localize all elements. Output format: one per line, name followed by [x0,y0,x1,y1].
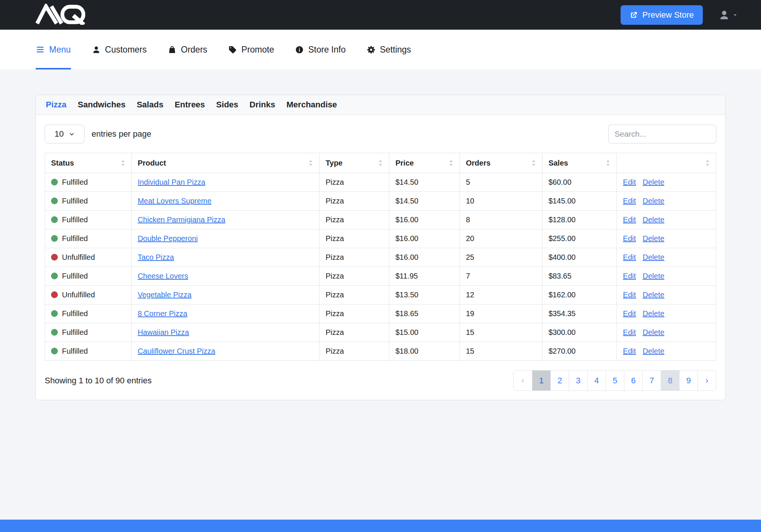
nav-item-menu[interactable]: Menu [36,30,71,69]
column-header-product[interactable]: Product [131,153,319,173]
status-dot [51,179,58,185]
pagination-page-8[interactable]: 8 [661,371,679,390]
tab-merchandise[interactable]: Merchandise [286,100,337,110]
column-label: Sales [549,159,568,167]
delete-link[interactable]: Delete [643,253,665,261]
edit-link[interactable]: Edit [623,253,636,261]
delete-link[interactable]: Delete [643,178,665,186]
pagination-next[interactable]: › [698,371,716,390]
column-header-type[interactable]: Type [319,153,389,173]
table-row: FulfilledMeat Lovers SupremePizza$14.501… [45,192,716,211]
edit-link[interactable]: Edit [623,216,636,224]
status-label: Fulfilled [62,197,88,205]
column-header-orders[interactable]: Orders [460,153,542,173]
product-cell: Hawaiian Pizza [131,323,319,342]
tab-sandwiches[interactable]: Sandwiches [78,100,125,110]
pagination-page-5[interactable]: 5 [606,371,624,390]
pagination-page-7[interactable]: 7 [642,371,661,390]
bag-icon [168,45,176,54]
product-cell: Chicken Parmigiana Pizza [131,211,319,229]
search-input[interactable] [608,125,716,143]
edit-link[interactable]: Edit [623,272,636,280]
column-header-actions[interactable] [617,153,716,173]
sort-icon [705,160,710,166]
column-header-status[interactable]: Status [45,153,132,173]
product-link[interactable]: Hawaiian Pizza [138,328,189,336]
table-row: FulfilledCauliflower Crust PizzaPizza$18… [45,342,716,361]
delete-link[interactable]: Delete [643,347,665,355]
status-dot [51,235,58,242]
entries-select[interactable]: 10 [45,125,84,143]
delete-link[interactable]: Delete [643,234,665,243]
edit-link[interactable]: Edit [623,178,636,186]
actions-cell: EditDelete [617,211,716,229]
column-label: Type [325,159,342,167]
orders-cell: 20 [460,229,542,248]
type-cell: Pizza [319,192,389,211]
user-icon [719,9,730,21]
delete-link[interactable]: Delete [643,197,665,205]
delete-link[interactable]: Delete [643,328,665,336]
user-menu[interactable] [719,9,738,21]
product-link[interactable]: Cauliflower Crust Pizza [138,347,215,355]
delete-link[interactable]: Delete [643,309,665,318]
edit-link[interactable]: Edit [623,197,636,205]
product-link[interactable]: Taco Pizza [138,253,174,261]
bottom-accent-bar [0,520,761,532]
product-cell: Taco Pizza [131,248,319,267]
edit-link[interactable]: Edit [623,347,636,355]
nav-item-label: Store Info [308,45,346,55]
table-row: FulfilledIndividual Pan PizzaPizza$14.50… [45,173,716,192]
product-cell: Individual Pan Pizza [131,173,319,192]
price-cell: $14.50 [389,192,460,211]
edit-link[interactable]: Edit [623,328,636,336]
status-dot [51,216,58,223]
edit-link[interactable]: Edit [623,234,636,243]
product-link[interactable]: Cheese Lovers [138,272,188,280]
price-cell: $16.00 [389,248,460,267]
product-link[interactable]: Meat Lovers Supreme [138,197,212,205]
tab-entrees[interactable]: Entrees [175,100,205,110]
nav-item-settings[interactable]: Settings [367,30,411,69]
delete-link[interactable]: Delete [643,272,665,280]
table-row: FulfilledHawaiian PizzaPizza$15.0015$300… [45,323,716,342]
delete-link[interactable]: Delete [643,291,665,299]
orders-cell: 12 [460,286,542,304]
delete-link[interactable]: Delete [643,216,665,224]
pagination-page-6[interactable]: 6 [624,371,642,390]
sort-icon [449,160,454,166]
orders-cell: 10 [460,192,542,211]
preview-store-button[interactable]: Preview Store [621,5,703,25]
product-link[interactable]: Vegetable Pizza [138,291,191,299]
pagination-page-2[interactable]: 2 [550,371,569,390]
tab-drinks[interactable]: Drinks [250,100,275,110]
pagination-prev[interactable]: ‹ [514,371,532,390]
type-cell: Pizza [319,286,389,304]
entries-select-value: 10 [54,129,63,139]
pagination-page-1[interactable]: 1 [532,371,550,390]
column-header-sales[interactable]: Sales [542,153,616,173]
tab-pizza[interactable]: Pizza [46,100,66,110]
type-cell: Pizza [319,267,389,286]
pagination-page-9[interactable]: 9 [679,371,698,390]
column-header-price[interactable]: Price [389,153,460,173]
product-link[interactable]: Individual Pan Pizza [138,178,205,186]
status-label: Fulfilled [62,272,88,280]
tab-sides[interactable]: Sides [216,100,238,110]
actions-cell: EditDelete [617,267,716,286]
price-cell: $15.00 [389,323,460,342]
product-link[interactable]: 8 Corner Pizza [138,309,187,318]
tab-salads[interactable]: Salads [137,100,163,110]
edit-link[interactable]: Edit [623,309,636,318]
product-link[interactable]: Chicken Parmigiana Pizza [138,216,225,224]
pagination-page-3[interactable]: 3 [569,371,587,390]
status-label: Fulfilled [62,234,88,243]
status-dot [51,291,58,298]
nav-item-customers[interactable]: Customers [92,30,147,69]
nav-item-orders[interactable]: Orders [168,30,207,69]
nav-item-store-info[interactable]: Store Info [295,30,346,69]
pagination-page-4[interactable]: 4 [587,371,606,390]
product-link[interactable]: Double Pepperoni [138,234,198,243]
nav-item-promote[interactable]: Promote [228,30,274,69]
edit-link[interactable]: Edit [623,291,636,299]
